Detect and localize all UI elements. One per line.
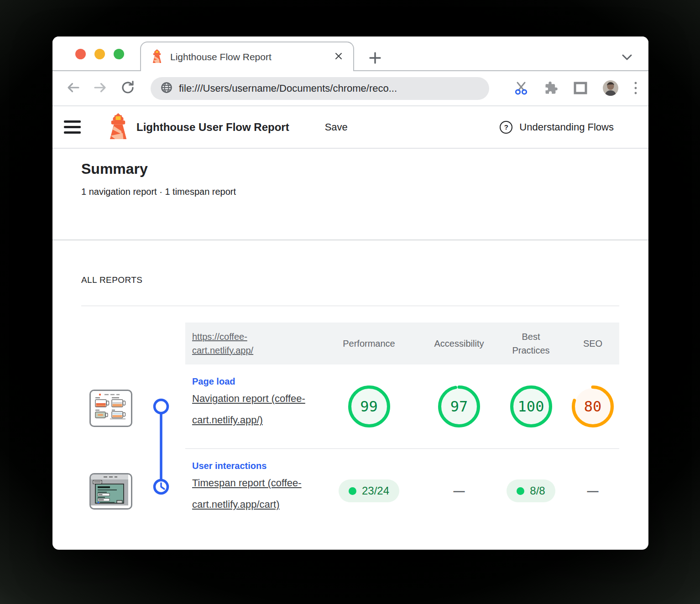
all-reports-label: ALL REPORTS [81,275,648,285]
reports-table: https://coffee-cart.netlify.app/ Perform… [185,323,619,533]
seo-no-score-dash: — [587,484,599,498]
tab-search-chevron-icon[interactable] [622,54,632,62]
column-header-best-practices: Best Practices [496,330,566,357]
help-circle-icon: ? [500,121,512,134]
forward-arrow-icon[interactable] [93,80,108,97]
profile-avatar[interactable] [603,80,618,98]
browser-tab[interactable]: Lighthouse Flow Report [140,42,354,71]
summary-subtitle: 1 navigation report · 1 timespan report [81,187,648,197]
navigation-report-thumbnail[interactable] [89,390,132,427]
best-practices-audits-badge[interactable]: 8/8 [507,479,555,502]
performance-score-gauge[interactable]: 99 [348,385,390,427]
browser-toolbar: file:///Users/username/Documents/chrome/… [52,71,648,106]
app-title: Lighthouse User Flow Report [136,121,289,134]
understanding-flows-link[interactable]: ? Understanding Flows [500,121,614,134]
more-vert-icon[interactable] [634,81,637,97]
screenshot-stage: Lighthouse Flow Report [0,0,700,604]
save-button[interactable]: Save [325,121,348,133]
reload-icon[interactable] [120,80,136,97]
pass-dot-icon [349,487,356,495]
column-header-accessibility: Accessibility [423,338,496,349]
zoom-window-button[interactable] [114,49,124,59]
column-header-performance: Performance [315,338,423,349]
timespan-report-thumbnail[interactable] [89,473,132,510]
reports-table-header: https://coffee-cart.netlify.app/ Perform… [185,323,619,364]
extensions-puzzle-icon[interactable] [544,81,558,97]
tab-close-icon[interactable] [334,52,343,62]
navigation-step-marker-icon [155,400,168,413]
tab-title: Lighthouse Flow Report [170,52,334,62]
pass-dot-icon [517,487,524,495]
accessibility-no-score-dash: — [454,484,465,498]
table-row-navigation: Page load Navigation report (coffee-cart… [185,364,619,448]
traffic-lights [75,49,124,59]
site-url-link[interactable]: https://coffee-cart.netlify.app/ [192,330,274,357]
accessibility-score-gauge[interactable]: 97 [438,385,480,427]
browser-window: Lighthouse Flow Report [52,36,648,550]
scissors-icon[interactable] [513,80,529,98]
lighthouse-logo-icon [108,113,128,141]
new-tab-button[interactable] [368,51,382,65]
best-practices-score-gauge[interactable]: 100 [510,385,552,427]
url-text[interactable]: file:///Users/username/Documents/chrome/… [179,83,397,94]
column-header-seo: SEO [566,338,619,349]
hamburger-menu-icon[interactable] [64,120,81,134]
tab-strip: Lighthouse Flow Report [52,36,648,71]
summary-title: Summary [81,161,648,177]
lighthouse-app-header: Lighthouse User Flow Report Save ? Under… [52,106,648,149]
globe-icon [161,82,172,95]
side-panel-icon[interactable] [574,82,587,96]
understanding-flows-label: Understanding Flows [519,121,614,133]
flow-timeline [151,396,171,499]
lighthouse-favicon-icon [151,49,163,65]
summary-section: Summary 1 navigation report · 1 timespan… [52,149,648,240]
report-type-label: User interactions [192,461,315,471]
report-type-label: Page load [192,376,315,387]
performance-audits-badge[interactable]: 23/24 [339,479,399,502]
seo-score-gauge[interactable]: 80 [572,385,614,427]
table-row-timespan: User interactions Timespan report (coffe… [185,448,619,533]
minimize-window-button[interactable] [94,49,105,59]
close-window-button[interactable] [75,49,86,59]
reports-section: https://coffee-cart.netlify.app/ Perform… [52,306,648,533]
address-bar[interactable]: file:///Users/username/Documents/chrome/… [151,77,489,100]
back-arrow-icon[interactable] [65,80,81,97]
